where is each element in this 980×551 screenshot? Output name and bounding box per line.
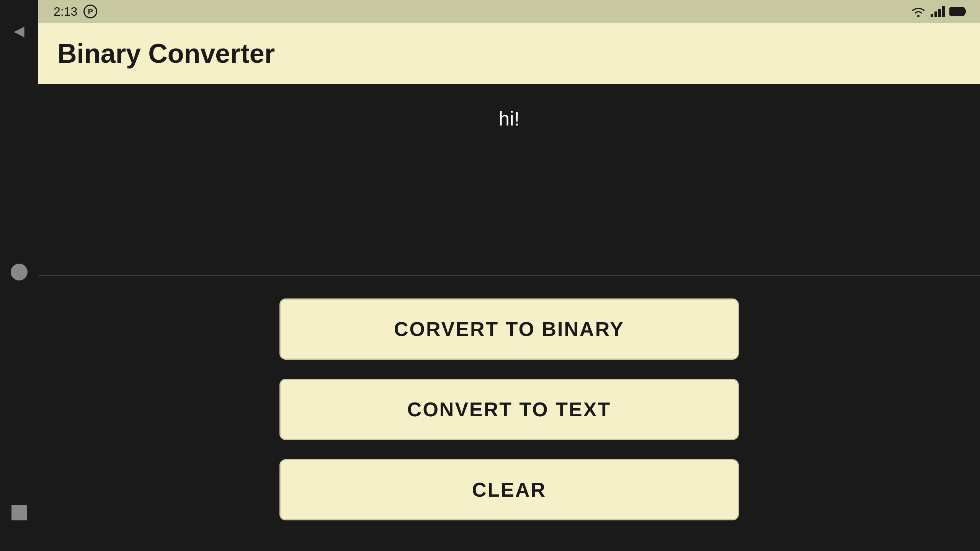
battery-icon bbox=[949, 7, 965, 16]
app-title: Binary Converter bbox=[57, 38, 275, 69]
p-icon: P bbox=[83, 5, 97, 18]
home-button[interactable] bbox=[11, 264, 28, 280]
android-nav-bar: ◀ bbox=[0, 0, 38, 551]
output-text: hi! bbox=[499, 107, 520, 130]
svg-point-0 bbox=[917, 15, 920, 17]
back-button[interactable]: ◀ bbox=[14, 23, 24, 39]
status-left: 2:13 P bbox=[54, 5, 97, 19]
output-area: hi! bbox=[38, 84, 980, 275]
clear-button[interactable]: CLEAR bbox=[279, 459, 739, 520]
status-right bbox=[911, 5, 965, 18]
recents-button[interactable] bbox=[11, 505, 27, 520]
signal-icon bbox=[931, 6, 945, 17]
app-container: 2:13 P Binary Convert bbox=[38, 0, 980, 551]
main-content: hi! CORVERT TO BINARY CONVERT TO TEXT CL… bbox=[38, 84, 980, 551]
app-header: Binary Converter bbox=[38, 23, 980, 84]
status-time: 2:13 bbox=[54, 5, 77, 19]
status-bar: 2:13 P bbox=[38, 0, 980, 23]
button-area: CORVERT TO BINARY CONVERT TO TEXT CLEAR bbox=[38, 276, 980, 551]
convert-to-text-button[interactable]: CONVERT TO TEXT bbox=[279, 379, 739, 440]
wifi-icon bbox=[911, 5, 926, 18]
convert-to-binary-button[interactable]: CORVERT TO BINARY bbox=[279, 298, 739, 360]
